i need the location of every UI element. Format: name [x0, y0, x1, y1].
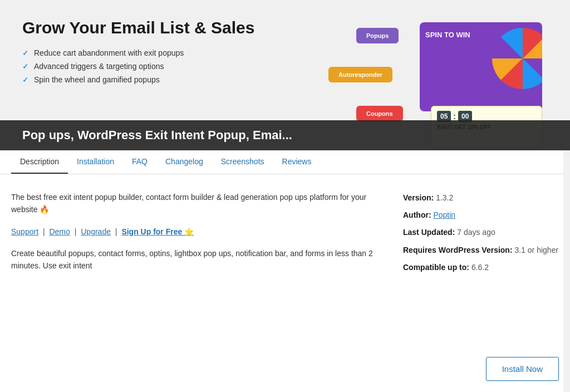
feature-1-text: Reduce cart abandonment with exit popups [34, 48, 184, 57]
meta-compatible-value: 6.6.2 [471, 263, 489, 272]
meta-compatible: Compatible up to: 6.6.2 [403, 261, 559, 275]
description-column: The best free exit intent popup builder,… [11, 191, 386, 333]
upgrade-link[interactable]: Upgrade [81, 227, 111, 236]
hero-left: Grow Your Email List & Sales ✓ Reduce ca… [22, 17, 312, 90]
meta-requires-label: Requires WordPress Version: [403, 246, 513, 254]
tab-description[interactable]: Description [11, 150, 68, 174]
meta-last-updated-label: Last Updated: [403, 228, 455, 237]
meta-version: Version: 1.3.2 [403, 191, 559, 205]
hero-section: Grow Your Email List & Sales ✓ Reduce ca… [0, 0, 570, 150]
meta-compatible-label: Compatible up to: [403, 263, 469, 272]
tabs-bar: Description Installation FAQ Changelog S… [0, 150, 570, 174]
description-links: Support | Demo | Upgrade | Sign Up for F… [11, 227, 381, 236]
feature-2-text: Advanced triggers & targeting options [34, 62, 164, 71]
tab-reviews[interactable]: Reviews [273, 150, 321, 174]
meta-version-value: 1.3.2 [436, 193, 453, 202]
install-now-button[interactable]: Install Now [486, 357, 559, 381]
meta-author-label: Author: [403, 210, 431, 219]
link-divider-2: | [75, 227, 79, 236]
meta-author-link[interactable]: Poptin [433, 210, 455, 219]
check-icon-3: ✓ [22, 76, 28, 84]
spin-to-win-widget: SPIN TO WIN [420, 22, 542, 111]
check-icon-2: ✓ [22, 62, 28, 71]
install-button-container: Install Now [486, 357, 559, 381]
feature-1: ✓ Reduce cart abandonment with exit popu… [22, 48, 312, 57]
description-intro: The best free exit intent popup builder,… [11, 191, 381, 216]
meta-author: Author: Poptin [403, 208, 559, 222]
tab-faq[interactable]: FAQ [123, 150, 156, 174]
coupons-badge: Coupons [356, 106, 403, 121]
tab-installation[interactable]: Installation [68, 150, 123, 174]
popups-badge: Popups [356, 28, 399, 43]
plugin-name: Pop ups, WordPress Exit Intent Popup, Em… [22, 128, 292, 142]
tab-changelog[interactable]: Changelog [156, 150, 212, 174]
signup-link[interactable]: Sign Up for Free ⭐ [121, 227, 194, 236]
plugin-name-bar: Pop ups, WordPress Exit Intent Popup, Em… [0, 120, 570, 150]
spin-text: SPIN TO WIN [425, 31, 470, 39]
link-divider-3: | [115, 227, 120, 236]
check-icon-1: ✓ [22, 49, 28, 57]
meta-requires-value: 3.1 or higher [514, 246, 558, 254]
feature-2: ✓ Advanced triggers & targeting options [22, 62, 312, 71]
support-link[interactable]: Support [11, 227, 38, 236]
meta-last-updated: Last Updated: 7 days ago [403, 226, 559, 239]
meta-column: Version: 1.3.2 Author: Poptin Last Updat… [403, 191, 559, 333]
meta-last-updated-value: 7 days ago [457, 228, 495, 237]
demo-link[interactable]: Demo [49, 227, 70, 236]
main-content: The best free exit intent popup builder,… [0, 174, 570, 350]
spin-wheel [492, 28, 542, 89]
tab-screenshots[interactable]: Screenshots [212, 150, 273, 174]
description-body: Create beautiful popups, contact forms, … [11, 247, 381, 272]
hero-features: ✓ Reduce cart abandonment with exit popu… [22, 48, 312, 84]
link-divider-1: | [43, 227, 47, 236]
meta-requires: Requires WordPress Version: 3.1 or highe… [403, 243, 559, 257]
meta-version-label: Version: [403, 193, 434, 202]
feature-3: ✓ Spin the wheel and gamified popups [22, 75, 312, 84]
feature-3-text: Spin the wheel and gamified popups [34, 75, 160, 84]
autoresponder-badge: Autoresponder [328, 67, 392, 82]
countdown-separator: : [453, 112, 456, 121]
hero-title: Grow Your Email List & Sales [22, 17, 312, 38]
